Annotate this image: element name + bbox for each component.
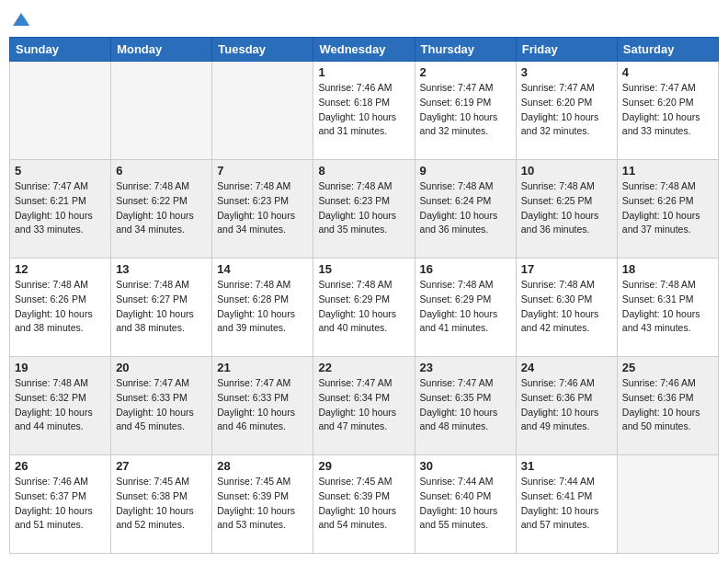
day-number: 4 xyxy=(622,65,713,79)
calendar-cell: 2Sunrise: 7:47 AMSunset: 6:19 PMDaylight… xyxy=(415,62,516,160)
day-info: Sunrise: 7:45 AMSunset: 6:38 PMDaylight:… xyxy=(116,475,207,533)
day-number: 19 xyxy=(15,361,106,374)
day-info: Sunrise: 7:48 AMSunset: 6:29 PMDaylight:… xyxy=(420,278,511,336)
day-number: 31 xyxy=(521,459,612,473)
day-info: Sunrise: 7:46 AMSunset: 6:18 PMDaylight:… xyxy=(318,81,409,139)
calendar-cell: 3Sunrise: 7:47 AMSunset: 6:20 PMDaylight… xyxy=(516,62,617,160)
calendar-cell: 15Sunrise: 7:48 AMSunset: 6:29 PMDayligh… xyxy=(313,259,415,357)
day-number: 17 xyxy=(521,262,612,276)
day-info: Sunrise: 7:48 AMSunset: 6:23 PMDaylight:… xyxy=(217,179,308,237)
day-info: Sunrise: 7:48 AMSunset: 6:24 PMDaylight:… xyxy=(420,179,511,237)
day-number: 26 xyxy=(15,459,106,473)
day-info: Sunrise: 7:48 AMSunset: 6:28 PMDaylight:… xyxy=(217,278,308,336)
day-number: 2 xyxy=(420,65,511,79)
day-number: 18 xyxy=(622,262,713,276)
day-info: Sunrise: 7:45 AMSunset: 6:39 PMDaylight:… xyxy=(217,475,308,533)
calendar-cell: 18Sunrise: 7:48 AMSunset: 6:31 PMDayligh… xyxy=(617,259,718,357)
calendar-cell: 27Sunrise: 7:45 AMSunset: 6:38 PMDayligh… xyxy=(111,455,212,554)
day-number: 11 xyxy=(622,164,713,178)
calendar-cell: 25Sunrise: 7:46 AMSunset: 6:36 PMDayligh… xyxy=(617,357,718,455)
day-number: 28 xyxy=(217,459,308,473)
col-header-monday: Monday xyxy=(111,38,212,62)
day-number: 15 xyxy=(318,262,409,276)
calendar-cell: 4Sunrise: 7:47 AMSunset: 6:20 PMDaylight… xyxy=(617,62,718,160)
day-number: 20 xyxy=(116,361,207,374)
day-info: Sunrise: 7:48 AMSunset: 6:29 PMDaylight:… xyxy=(318,278,409,336)
day-info: Sunrise: 7:48 AMSunset: 6:26 PMDaylight:… xyxy=(622,179,713,237)
col-header-wednesday: Wednesday xyxy=(313,38,415,62)
day-number: 24 xyxy=(521,361,612,374)
day-info: Sunrise: 7:46 AMSunset: 6:36 PMDaylight:… xyxy=(622,376,713,434)
calendar-cell: 19Sunrise: 7:48 AMSunset: 6:32 PMDayligh… xyxy=(10,357,111,455)
day-info: Sunrise: 7:44 AMSunset: 6:40 PMDaylight:… xyxy=(420,475,511,533)
day-info: Sunrise: 7:48 AMSunset: 6:23 PMDaylight:… xyxy=(318,179,409,237)
day-number: 21 xyxy=(217,361,308,374)
header xyxy=(9,9,719,29)
calendar-cell: 9Sunrise: 7:48 AMSunset: 6:24 PMDaylight… xyxy=(415,160,516,259)
calendar-cell xyxy=(10,62,111,160)
calendar-cell xyxy=(212,62,313,160)
day-info: Sunrise: 7:47 AMSunset: 6:19 PMDaylight:… xyxy=(420,81,511,139)
day-info: Sunrise: 7:47 AMSunset: 6:35 PMDaylight:… xyxy=(420,376,511,434)
day-number: 3 xyxy=(521,65,612,79)
calendar-cell: 6Sunrise: 7:48 AMSunset: 6:22 PMDaylight… xyxy=(111,160,212,259)
calendar-cell: 1Sunrise: 7:46 AMSunset: 6:18 PMDaylight… xyxy=(313,62,415,160)
calendar-week-row: 19Sunrise: 7:48 AMSunset: 6:32 PMDayligh… xyxy=(10,357,719,455)
day-info: Sunrise: 7:46 AMSunset: 6:36 PMDaylight:… xyxy=(521,376,612,434)
day-number: 5 xyxy=(15,164,106,178)
calendar-cell xyxy=(111,62,212,160)
calendar-table: SundayMondayTuesdayWednesdayThursdayFrid… xyxy=(9,37,719,554)
day-number: 14 xyxy=(217,262,308,276)
day-number: 29 xyxy=(318,459,409,473)
calendar-cell: 14Sunrise: 7:48 AMSunset: 6:28 PMDayligh… xyxy=(212,259,313,357)
col-header-tuesday: Tuesday xyxy=(212,38,313,62)
day-info: Sunrise: 7:47 AMSunset: 6:34 PMDaylight:… xyxy=(318,376,409,434)
day-info: Sunrise: 7:47 AMSunset: 6:21 PMDaylight:… xyxy=(15,179,106,237)
calendar-cell: 31Sunrise: 7:44 AMSunset: 6:41 PMDayligh… xyxy=(516,455,617,554)
calendar-cell: 22Sunrise: 7:47 AMSunset: 6:34 PMDayligh… xyxy=(313,357,415,455)
day-number: 9 xyxy=(420,164,511,178)
day-number: 30 xyxy=(420,459,511,473)
calendar-cell: 7Sunrise: 7:48 AMSunset: 6:23 PMDaylight… xyxy=(212,160,313,259)
day-number: 13 xyxy=(116,262,207,276)
day-info: Sunrise: 7:48 AMSunset: 6:26 PMDaylight:… xyxy=(15,278,106,336)
calendar-cell: 17Sunrise: 7:48 AMSunset: 6:30 PMDayligh… xyxy=(516,259,617,357)
col-header-friday: Friday xyxy=(516,38,617,62)
day-number: 10 xyxy=(521,164,612,178)
calendar-cell: 13Sunrise: 7:48 AMSunset: 6:27 PMDayligh… xyxy=(111,259,212,357)
calendar-week-row: 12Sunrise: 7:48 AMSunset: 6:26 PMDayligh… xyxy=(10,259,719,357)
day-info: Sunrise: 7:48 AMSunset: 6:22 PMDaylight:… xyxy=(116,179,207,237)
day-info: Sunrise: 7:48 AMSunset: 6:25 PMDaylight:… xyxy=(521,179,612,237)
calendar-cell: 26Sunrise: 7:46 AMSunset: 6:37 PMDayligh… xyxy=(10,455,111,554)
day-number: 16 xyxy=(420,262,511,276)
day-number: 1 xyxy=(318,65,409,79)
day-info: Sunrise: 7:47 AMSunset: 6:33 PMDaylight:… xyxy=(217,376,308,434)
day-number: 8 xyxy=(318,164,409,178)
col-header-sunday: Sunday xyxy=(10,38,111,62)
day-number: 27 xyxy=(116,459,207,473)
calendar-cell: 23Sunrise: 7:47 AMSunset: 6:35 PMDayligh… xyxy=(415,357,516,455)
calendar-week-row: 5Sunrise: 7:47 AMSunset: 6:21 PMDaylight… xyxy=(10,160,719,259)
day-number: 7 xyxy=(217,164,308,178)
calendar-cell: 28Sunrise: 7:45 AMSunset: 6:39 PMDayligh… xyxy=(212,455,313,554)
calendar-cell: 16Sunrise: 7:48 AMSunset: 6:29 PMDayligh… xyxy=(415,259,516,357)
day-number: 25 xyxy=(622,361,713,374)
calendar-week-row: 26Sunrise: 7:46 AMSunset: 6:37 PMDayligh… xyxy=(10,455,719,554)
day-number: 22 xyxy=(318,361,409,374)
logo xyxy=(9,9,31,29)
calendar-header-row: SundayMondayTuesdayWednesdayThursdayFrid… xyxy=(10,38,719,62)
day-number: 6 xyxy=(116,164,207,178)
day-info: Sunrise: 7:47 AMSunset: 6:20 PMDaylight:… xyxy=(521,81,612,139)
calendar-cell: 8Sunrise: 7:48 AMSunset: 6:23 PMDaylight… xyxy=(313,160,415,259)
calendar-cell: 30Sunrise: 7:44 AMSunset: 6:40 PMDayligh… xyxy=(415,455,516,554)
day-info: Sunrise: 7:48 AMSunset: 6:27 PMDaylight:… xyxy=(116,278,207,336)
day-info: Sunrise: 7:46 AMSunset: 6:37 PMDaylight:… xyxy=(15,475,106,533)
calendar-cell: 20Sunrise: 7:47 AMSunset: 6:33 PMDayligh… xyxy=(111,357,212,455)
calendar-cell: 24Sunrise: 7:46 AMSunset: 6:36 PMDayligh… xyxy=(516,357,617,455)
day-number: 12 xyxy=(15,262,106,276)
calendar-cell: 11Sunrise: 7:48 AMSunset: 6:26 PMDayligh… xyxy=(617,160,718,259)
calendar-cell: 12Sunrise: 7:48 AMSunset: 6:26 PMDayligh… xyxy=(10,259,111,357)
col-header-thursday: Thursday xyxy=(415,38,516,62)
logo-icon xyxy=(11,9,31,29)
col-header-saturday: Saturday xyxy=(617,38,718,62)
